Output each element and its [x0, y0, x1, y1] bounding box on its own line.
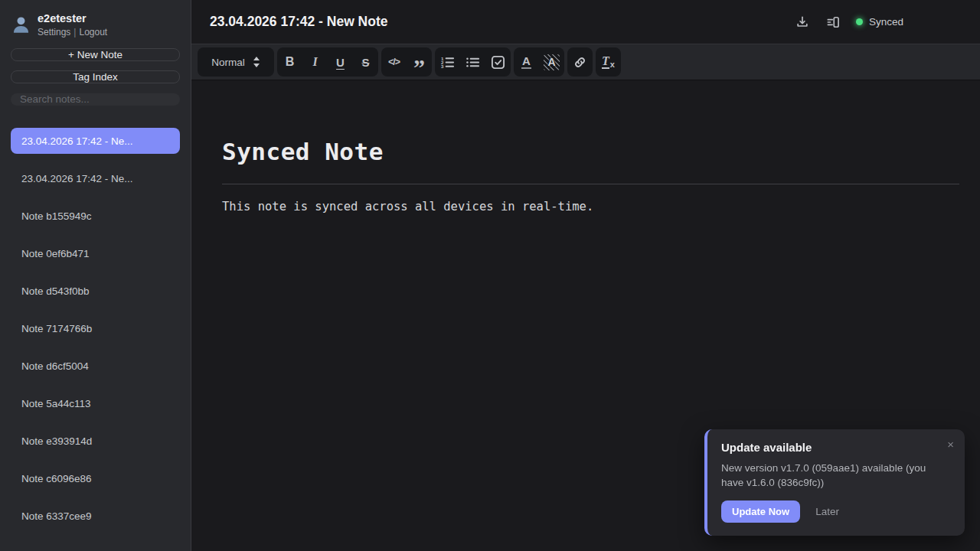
note-list-item[interactable]: Note e393914d [11, 428, 180, 454]
ordered-list-icon: 123 [440, 55, 455, 70]
code-block-button[interactable]: </> [381, 47, 407, 77]
link-button[interactable] [567, 47, 593, 77]
logout-link[interactable]: Logout [79, 27, 107, 37]
download-icon [795, 15, 810, 30]
strikethrough-button[interactable]: S [353, 47, 378, 77]
note-list-item[interactable]: Note d543f0bb [11, 278, 180, 304]
bold-button[interactable]: B [277, 47, 302, 77]
chevron-updown-icon [253, 57, 260, 67]
toolbar-group-clear: Tx [596, 47, 621, 77]
bold-icon: B [286, 55, 295, 69]
note-content-heading: Synced Note [222, 138, 959, 165]
clear-formatting-icon: Tx [602, 55, 615, 69]
underline-button[interactable]: U [328, 47, 353, 77]
note-list: 23.04.2026 17:42 - Ne... 23.04.2026 17:4… [11, 128, 180, 540]
user-info: e2etester Settings|Logout [38, 12, 107, 37]
highlight-button[interactable]: A [539, 47, 564, 77]
username: e2etester [38, 12, 107, 25]
note-list-item[interactable]: Note c6096e86 [11, 465, 180, 491]
ordered-list-button[interactable]: 123 [435, 47, 460, 77]
note-list-item[interactable]: Note b155949c [11, 203, 180, 229]
sync-status: Synced [856, 16, 903, 28]
checkbox-icon [491, 55, 505, 70]
strikethrough-icon: S [361, 56, 369, 69]
bullet-list-button[interactable] [460, 47, 485, 77]
toolbar-group-lists: 123 [435, 47, 511, 77]
search-notes-input[interactable] [11, 93, 180, 106]
sync-status-dot [856, 18, 863, 25]
new-note-button[interactable]: + New Note [11, 48, 180, 61]
note-list-item[interactable]: Note 6337cee9 [11, 503, 180, 529]
quote-icon: ” [413, 53, 425, 71]
toast-message: New version v1.7.0 (059aae1) available (… [721, 461, 951, 490]
checklist-button[interactable] [485, 47, 511, 77]
blockquote-button[interactable]: ” [407, 47, 432, 77]
update-now-button[interactable]: Update Now [721, 500, 800, 523]
titlebar-actions: Synced [795, 15, 903, 30]
note-titlebar: 23.04.2026 17:42 - New Note [191, 0, 980, 44]
block-format-select[interactable]: Normal [198, 47, 274, 77]
note-content-paragraph: This note is synced across all devices i… [222, 200, 959, 214]
note-list-item[interactable]: Note 0ef6b471 [11, 240, 180, 266]
note-title: 23.04.2026 17:42 - New Note [210, 14, 388, 30]
toolbar-group-link [567, 47, 593, 77]
code-icon: </> [388, 57, 400, 67]
svg-text:3: 3 [441, 64, 444, 69]
highlight-icon: A [544, 54, 560, 70]
user-links: Settings|Logout [38, 27, 107, 37]
underline-icon: U [336, 56, 345, 69]
toolbar-group-block: </> ” [381, 47, 432, 77]
toast-title: Update available [721, 441, 951, 454]
sidebar: e2etester Settings|Logout + New Note Tag… [0, 0, 191, 551]
user-avatar-icon [11, 15, 31, 35]
link-divider: | [74, 27, 76, 37]
italic-button[interactable]: I [302, 47, 328, 77]
toast-close-button[interactable]: × [947, 439, 954, 450]
link-icon [573, 55, 587, 70]
toolbar-group-text-style: B I U S [277, 47, 378, 77]
toast-actions: Update Now Later [721, 500, 951, 523]
block-format-value: Normal [211, 57, 245, 68]
note-list-item[interactable]: Note 7174766b [11, 315, 180, 341]
heading-divider [222, 184, 959, 184]
update-toast: Update available × New version v1.7.0 (0… [704, 429, 965, 536]
text-color-icon: A [521, 55, 531, 70]
bullet-list-icon [466, 55, 480, 70]
sync-status-label: Synced [869, 16, 903, 28]
note-list-item[interactable]: 23.04.2026 17:42 - Ne... [11, 165, 180, 191]
later-button[interactable]: Later [815, 506, 839, 517]
note-list-item[interactable]: 23.04.2026 17:42 - Ne... [11, 128, 180, 154]
panel-toggle-icon [825, 15, 841, 30]
note-list-item[interactable]: Note d6cf5004 [11, 353, 180, 379]
clear-formatting-button[interactable]: Tx [596, 47, 621, 77]
note-list-item[interactable]: Note 5a44c113 [11, 390, 180, 416]
tag-index-button[interactable]: Tag Index [11, 70, 180, 83]
user-row: e2etester Settings|Logout [11, 12, 180, 37]
formatting-toolbar: Normal B I U S </> ” [191, 44, 980, 80]
toolbar-group-color: A A [514, 47, 564, 77]
download-button[interactable] [795, 15, 810, 30]
panel-toggle-button[interactable] [825, 15, 841, 30]
text-color-button[interactable]: A [514, 47, 539, 77]
italic-icon: I [312, 55, 317, 69]
settings-link[interactable]: Settings [38, 27, 70, 37]
